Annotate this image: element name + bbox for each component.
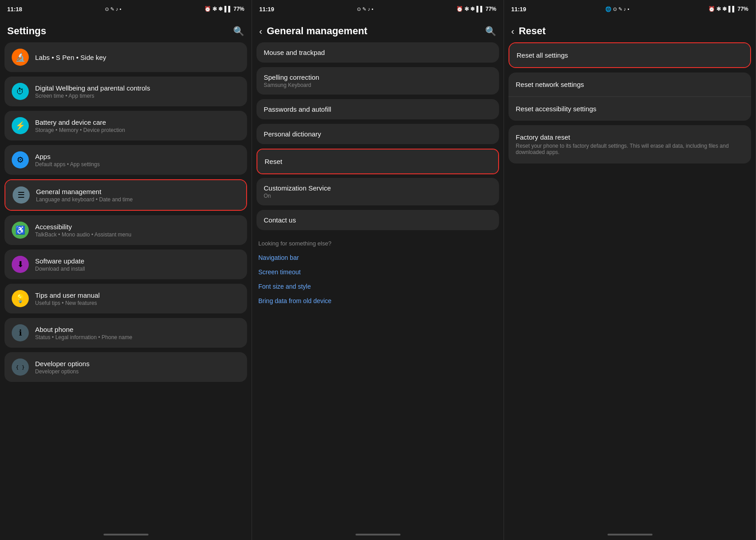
about-phone-icon: ℹ (12, 324, 29, 341)
bottom-indicator-2 (252, 531, 504, 540)
nav-bar-link[interactable]: Navigation bar (258, 250, 497, 265)
tips-icon: 💡 (12, 290, 29, 307)
font-size-link[interactable]: Font size and style (258, 279, 497, 294)
screen-timeout-link[interactable]: Screen timeout (258, 265, 497, 279)
settings-item-reset-network[interactable]: Reset network settings (508, 73, 751, 97)
developer-options-icon: { } (12, 358, 29, 376)
settings-item-contact-us[interactable]: Contact us (256, 210, 499, 230)
bring-data-link[interactable]: Bring data from old device (258, 294, 497, 308)
status-icons-2: ⊙ ✎ ♪ • (357, 6, 374, 12)
battery-3: ⏰ ✻ ❄ ▌▌ 77% (708, 6, 748, 12)
reset-header-left: ‹ Reset (511, 25, 546, 37)
reset-text: Reset (265, 158, 491, 165)
status-bar-3: 11:19 🌐 ⊙ ✎ ♪ • ⏰ ✻ ❄ ▌▌ 77% (504, 0, 756, 18)
mouse-trackpad-title: Mouse and trackpad (264, 49, 492, 56)
settings-item-personal-dictionary[interactable]: Personal dictionary (256, 124, 499, 144)
reset-highlight: Reset (256, 149, 499, 174)
general-management-icon: ☰ (13, 186, 30, 204)
settings-item-developer-options[interactable]: { } Developer options Developer options (4, 352, 247, 382)
digital-wellbeing-icon: ⏱ (12, 83, 29, 100)
apps-title: Apps (35, 153, 240, 160)
settings-item-labs[interactable]: 🔬 Labs • S Pen • Side key (4, 42, 247, 72)
search-icon[interactable]: 🔍 (233, 26, 244, 36)
passwords-text: Passwords and autofill (264, 105, 492, 113)
settings-item-passwords[interactable]: Passwords and autofill (256, 99, 499, 119)
mouse-trackpad-group: Mouse and trackpad (256, 42, 499, 63)
settings-item-spelling[interactable]: Spelling correction Samsung Keyboard (256, 67, 499, 95)
personal-dictionary-text: Personal dictionary (264, 130, 492, 138)
settings-panel: 11:18 ⊙ ✎ ♪ • ⏰ ✻ ❄ ▌▌ 77% Settings 🔍 🔬 … (0, 0, 252, 540)
reset-all-title: Reset all settings (517, 51, 743, 59)
software-update-title: Software update (35, 257, 240, 265)
customization-subtitle: On (264, 193, 492, 199)
status-icons-1: ⊙ ✎ ♪ • (105, 6, 122, 12)
home-bar-2 (356, 534, 400, 535)
contact-us-text: Contact us (264, 216, 492, 224)
battery-subtitle: Storage • Memory • Device protection (35, 127, 240, 133)
passwords-group: Passwords and autofill (256, 99, 499, 119)
general-management-screen: ‹ General management 🔍 Mouse and trackpa… (252, 18, 504, 531)
bottom-indicator-3 (504, 531, 756, 540)
network-accessibility-group: Reset network settings Reset accessibili… (508, 73, 751, 121)
about-phone-subtitle: Status • Legal information • Phone name (35, 334, 240, 340)
settings-item-mouse-trackpad[interactable]: Mouse and trackpad (256, 42, 499, 63)
factory-reset-title: Factory data reset (516, 133, 744, 141)
reset-screen: ‹ Reset Reset all settings Reset network… (504, 18, 756, 531)
settings-screen: Settings 🔍 🔬 Labs • S Pen • Side key ⏱ D (0, 18, 252, 531)
developer-options-subtitle: Developer options (35, 368, 240, 375)
labs-icon: 🔬 (12, 49, 29, 66)
spelling-correction-group: Spelling correction Samsung Keyboard (256, 67, 499, 95)
status-icons-3: 🌐 ⊙ ✎ ♪ • (605, 6, 630, 12)
apps-icon: ⚙ (12, 151, 29, 168)
tips-subtitle: Useful tips • New features (35, 300, 240, 306)
settings-item-battery[interactable]: ⚡ Battery and device care Storage • Memo… (4, 111, 247, 141)
settings-item-reset[interactable]: Reset (257, 150, 498, 173)
developer-options-title: Developer options (35, 360, 240, 368)
customization-group: Customization Service On (256, 178, 499, 205)
passwords-title: Passwords and autofill (264, 105, 492, 113)
back-icon-3[interactable]: ‹ (511, 26, 514, 36)
digital-wellbeing-group: ⏱ Digital Wellbeing and parental control… (4, 77, 247, 106)
digital-wellbeing-subtitle: Screen time • App timers (35, 93, 240, 99)
settings-item-reset-all[interactable]: Reset all settings (509, 43, 750, 67)
customization-title: Customization Service (264, 184, 492, 192)
settings-item-about-phone[interactable]: ℹ About phone Status • Legal information… (4, 318, 247, 348)
reset-network-title: Reset network settings (516, 81, 744, 88)
header-left: ‹ General management (259, 25, 367, 37)
accessibility-text: Accessibility TalkBack • Mono audio • As… (35, 223, 240, 238)
search-icon-2[interactable]: 🔍 (485, 26, 496, 36)
digital-wellbeing-title: Digital Wellbeing and parental controls (35, 84, 240, 92)
status-bar-1: 11:18 ⊙ ✎ ♪ • ⏰ ✻ ❄ ▌▌ 77% (0, 0, 252, 18)
labs-group: 🔬 Labs • S Pen • Side key (4, 42, 247, 72)
settings-item-reset-accessibility[interactable]: Reset accessibility settings (508, 97, 751, 121)
mouse-trackpad-text: Mouse and trackpad (264, 49, 492, 56)
home-bar-3 (608, 534, 652, 535)
settings-item-digital-wellbeing[interactable]: ⏱ Digital Wellbeing and parental control… (4, 77, 247, 106)
settings-item-tips[interactable]: 💡 Tips and user manual Useful tips • New… (4, 284, 247, 313)
settings-item-apps[interactable]: ⚙ Apps Default apps • App settings (4, 145, 247, 175)
spelling-subtitle: Samsung Keyboard (264, 82, 492, 88)
spelling-text: Spelling correction Samsung Keyboard (264, 73, 492, 88)
battery-text: Battery and device care Storage • Memory… (35, 118, 240, 133)
looking-title: Looking for something else? (258, 240, 497, 247)
labs-title: Labs • S Pen • Side key (35, 54, 240, 61)
settings-item-software-update[interactable]: ⬇ Software update Download and install (4, 250, 247, 279)
reset-title: Reset (265, 158, 491, 165)
software-update-group: ⬇ Software update Download and install (4, 250, 247, 279)
software-update-icon: ⬇ (12, 256, 29, 273)
settings-item-factory-reset[interactable]: Factory data reset Reset your phone to i… (508, 125, 751, 163)
home-bar-1 (104, 534, 148, 535)
settings-item-accessibility[interactable]: ♿ Accessibility TalkBack • Mono audio • … (4, 215, 247, 245)
settings-item-customization[interactable]: Customization Service On (256, 178, 499, 205)
general-management-panel: 11:19 ⊙ ✎ ♪ • ⏰ ✻ ❄ ▌▌ 77% ‹ General man… (252, 0, 504, 540)
battery-1: ⏰ ✻ ❄ ▌▌ 77% (204, 6, 244, 12)
settings-item-general-management[interactable]: ☰ General management Language and keyboa… (5, 180, 246, 210)
general-management-list: Mouse and trackpad Spelling correction S… (256, 42, 499, 531)
back-icon[interactable]: ‹ (259, 26, 262, 36)
battery-icon: ⚡ (12, 117, 29, 134)
labs-text: Labs • S Pen • Side key (35, 54, 240, 61)
factory-reset-subtitle: Reset your phone to its factory default … (516, 143, 744, 155)
settings-list: 🔬 Labs • S Pen • Side key ⏱ Digital Well… (4, 42, 247, 531)
about-phone-group: ℹ About phone Status • Legal information… (4, 318, 247, 348)
accessibility-group: ♿ Accessibility TalkBack • Mono audio • … (4, 215, 247, 245)
